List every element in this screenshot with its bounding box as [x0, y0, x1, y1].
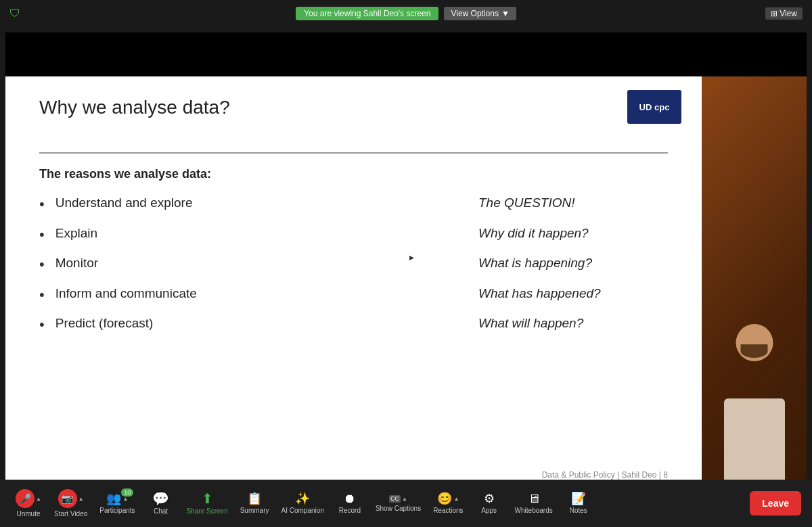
unmute-caret: ▲: [36, 496, 41, 502]
share-label: Share Screen: [187, 507, 228, 515]
reactions-button[interactable]: 😊 ▲ Reactions: [429, 490, 467, 517]
view-button-top[interactable]: ⊞ View: [765, 7, 803, 20]
slide-logo: UD cpc: [627, 90, 681, 124]
captions-button[interactable]: CC ▲ Show Captions: [371, 492, 425, 515]
content-row: Why we analyse data? UD cpc The reasons …: [5, 76, 807, 493]
person-figure: [710, 317, 798, 493]
companion-label: AI Companion: [281, 507, 324, 514]
video-icon: 📷: [58, 489, 77, 508]
participants-icon: 👥: [106, 492, 121, 505]
mic-icon: 🎤: [16, 489, 35, 508]
shield-icon: 🛡: [9, 7, 20, 20]
bullet-icon: •: [39, 285, 45, 305]
bullet-icon: •: [39, 225, 45, 245]
whiteboards-button[interactable]: 🖥 Whiteboards: [511, 490, 557, 517]
chat-label: Chat: [154, 507, 168, 515]
unmute-label: Unmute: [16, 510, 40, 518]
chat-icon: 💬: [152, 492, 169, 505]
captions-caret: ▲: [402, 496, 407, 502]
participant-video: 📶 Sahil Deo: [702, 76, 807, 493]
item-text-right: Why did it happen?: [478, 225, 668, 242]
apps-icon: ⚙: [484, 492, 495, 505]
apps-button[interactable]: ⚙ Apps: [472, 490, 507, 517]
list-item: • Predict (forecast) What will happen?: [39, 315, 668, 335]
apps-label: Apps: [481, 507, 497, 514]
leave-button[interactable]: Leave: [750, 491, 801, 515]
slide-divider: [39, 152, 668, 154]
list-item: • Explain Why did it happen?: [39, 225, 668, 245]
item-text-left: Explain: [55, 225, 478, 242]
toolbar-items: 🎤 ▲ Unmute 📷 ▲ Start Video 👥 ▲ 10 Partic…: [11, 486, 750, 520]
slide-content: Why we analyse data? UD cpc The reasons …: [5, 76, 702, 493]
item-text-right: What has happened?: [478, 285, 668, 302]
notes-label: Notes: [570, 507, 587, 514]
top-bar: 🛡 You are viewing Sahil Deo's screen Vie…: [0, 0, 812, 27]
share-screen-button[interactable]: ⬆ Share Screen: [183, 489, 232, 518]
person-head: [736, 324, 773, 361]
captions-icon: CC: [389, 495, 401, 503]
bullet-icon: •: [39, 195, 45, 214]
chat-button[interactable]: 💬 Chat: [143, 489, 179, 518]
share-screen-icon: ⬆: [202, 492, 213, 505]
bullet-icon: •: [39, 315, 45, 335]
person-body: [724, 398, 785, 493]
black-strip: [5, 32, 807, 76]
item-text-right: What will happen?: [478, 315, 668, 332]
item-text-right: The QUESTION!: [478, 195, 668, 212]
start-video-button[interactable]: 📷 ▲ Start Video: [50, 486, 91, 520]
notes-button[interactable]: 📝 Notes: [561, 490, 596, 517]
participants-badge: 10: [121, 488, 133, 497]
record-icon: ⏺: [344, 492, 356, 505]
unmute-button[interactable]: 🎤 ▲ Unmute: [11, 486, 46, 520]
bullet-icon: •: [39, 255, 45, 275]
companion-icon: ✨: [295, 492, 310, 505]
whiteboards-label: Whiteboards: [515, 507, 553, 514]
record-button[interactable]: ⏺ Record: [332, 490, 367, 517]
video-caret: ▲: [78, 496, 84, 502]
slide-title: Why we analyse data?: [39, 97, 668, 118]
summary-icon: 📋: [247, 492, 262, 505]
slide-footer: Data & Public Policy | Sahil Deo | 8: [39, 463, 668, 480]
person-beard: [741, 344, 768, 358]
screen-share-banner: You are viewing Sahil Deo's screen: [296, 7, 438, 20]
slide-subtitle: The reasons we analyse data:: [39, 167, 668, 181]
list-item: • Monitor What is happening?: [39, 255, 668, 275]
main-area: Why we analyse data? UD cpc The reasons …: [0, 27, 812, 493]
summary-button[interactable]: 📋 Summary: [236, 490, 273, 517]
item-text-left: Monitor: [55, 255, 478, 272]
reactions-icon: 😊: [437, 492, 452, 505]
participant-panel: 📶 Sahil Deo: [702, 76, 807, 493]
view-options-button[interactable]: View Options ▼: [444, 7, 516, 20]
item-text-left: Predict (forecast): [55, 315, 478, 332]
whiteboards-icon: 🖥: [528, 492, 540, 505]
item-text-right: What is happening?: [478, 255, 668, 272]
participants-label: Participants: [99, 507, 135, 514]
item-text-left: Understand and explore: [55, 195, 478, 212]
summary-label: Summary: [240, 507, 269, 514]
reactions-caret: ▲: [453, 496, 459, 502]
slide-items: • Understand and explore The QUESTION! •…: [39, 195, 668, 463]
captions-label: Show Captions: [376, 505, 421, 512]
bottom-toolbar: 🎤 ▲ Unmute 📷 ▲ Start Video 👥 ▲ 10 Partic…: [0, 480, 812, 527]
video-label: Start Video: [54, 510, 87, 518]
list-item: • Inform and communicate What has happen…: [39, 285, 668, 305]
reactions-label: Reactions: [433, 507, 463, 514]
slide-container: Why we analyse data? UD cpc The reasons …: [5, 76, 702, 493]
companion-button[interactable]: ✨ AI Companion: [277, 490, 328, 517]
participants-button[interactable]: 👥 ▲ 10 Participants: [95, 490, 139, 517]
notes-icon: 📝: [571, 492, 586, 505]
record-label: Record: [339, 507, 361, 514]
list-item: • Understand and explore The QUESTION!: [39, 195, 668, 214]
item-text-left: Inform and communicate: [55, 285, 478, 302]
